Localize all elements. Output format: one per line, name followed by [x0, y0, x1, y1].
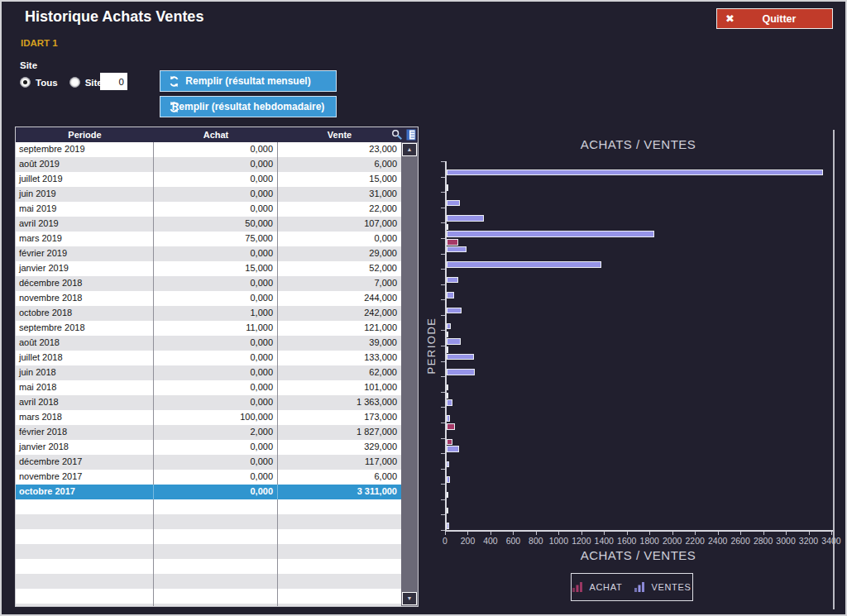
table-row[interactable] — [16, 529, 418, 544]
y-axis-tick — [441, 407, 445, 408]
table-row[interactable]: janvier 201915,00052,000 — [16, 261, 418, 276]
table-row[interactable] — [16, 544, 418, 559]
quit-button[interactable]: ✖ Quitter — [716, 8, 833, 29]
table-row[interactable]: avril 201950,000107,000 — [16, 217, 418, 232]
cell-achat: 2,000 — [154, 425, 278, 440]
cell-achat — [154, 589, 278, 604]
ventes-bar — [447, 170, 823, 175]
close-icon: ✖ — [725, 13, 735, 24]
radio-site[interactable] — [69, 77, 80, 88]
table-row[interactable]: septembre 201811,000121,000 — [16, 321, 418, 336]
cell-vente — [278, 589, 401, 604]
table-row[interactable]: août 20180,00039,000 — [16, 336, 418, 351]
cell-periode: juillet 2019 — [16, 172, 154, 187]
table-row[interactable] — [16, 514, 418, 529]
table-row[interactable] — [16, 604, 418, 607]
cell-vente: 15,000 — [278, 172, 401, 187]
table-row[interactable]: mai 20180,000101,000 — [16, 380, 418, 395]
radio-tous-label: Tous — [36, 78, 58, 88]
achat-bar — [447, 439, 452, 445]
cell-periode: février 2019 — [16, 246, 154, 261]
cell-achat — [154, 514, 278, 529]
table-row[interactable]: mars 201975,0000,000 — [16, 232, 418, 246]
cell-periode — [16, 514, 154, 529]
cell-vente — [278, 529, 401, 544]
cell-periode: août 2019 — [16, 157, 154, 172]
y-axis-tick — [441, 469, 445, 470]
table-row[interactable]: juin 20180,00062,000 — [16, 365, 418, 380]
y-axis-tick — [441, 453, 445, 454]
table-row[interactable]: février 20182,0001 827,000 — [16, 425, 418, 440]
cell-achat: 0,000 — [154, 351, 278, 365]
cell-vente: 1 827,000 — [278, 425, 401, 440]
scroll-down-button[interactable]: ▼ — [402, 592, 417, 605]
table-row[interactable]: octobre 20181,000242,000 — [16, 306, 418, 321]
ventes-bar — [447, 461, 449, 467]
table-row[interactable]: juin 20190,00031,000 — [16, 187, 418, 202]
x-axis-tick — [558, 532, 559, 535]
y-axis-tick — [441, 438, 445, 439]
table-row-selected[interactable]: octobre 20170,0003 311,000 — [16, 485, 418, 499]
x-tick-label: 200 — [461, 536, 476, 546]
site-number-input[interactable] — [100, 73, 127, 90]
y-axis-tick — [441, 346, 445, 346]
cell-periode: mai 2018 — [16, 380, 154, 395]
ventes-bar — [447, 354, 474, 360]
table-row[interactable] — [16, 574, 418, 589]
cell-periode — [16, 589, 154, 604]
table-row[interactable]: mars 2018100,000173,000 — [16, 410, 418, 425]
table-row[interactable]: décembre 20170,000117,000 — [16, 455, 418, 470]
cell-vente: 3 311,000 — [278, 485, 401, 499]
table-scrollbar[interactable]: ▲ ▼ — [401, 142, 418, 606]
x-axis-tick — [649, 532, 650, 535]
cell-vente: 22,000 — [278, 202, 401, 217]
x-axis-tick — [718, 532, 719, 535]
cell-periode — [16, 574, 154, 589]
fill-weekly-button[interactable]: Remplir (résultat hebdomadaire) — [160, 96, 337, 117]
x-axis-tick — [581, 532, 582, 535]
cell-vente — [278, 544, 401, 559]
cell-periode: avril 2018 — [16, 395, 154, 410]
table-header: Periode Achat Vente — [16, 127, 418, 142]
table-row[interactable]: avril 20180,0001 363,000 — [16, 395, 418, 410]
y-axis-tick — [441, 376, 445, 377]
table-row[interactable] — [16, 499, 418, 514]
table-row[interactable]: septembre 20190,00023,000 — [16, 142, 418, 157]
ventes-bar — [447, 415, 450, 421]
table-row[interactable]: novembre 20170,0006,000 — [16, 470, 418, 485]
cell-periode: janvier 2019 — [16, 261, 154, 276]
cell-periode: février 2018 — [16, 425, 154, 440]
cell-periode: octobre 2017 — [16, 485, 154, 499]
ventes-bar — [447, 508, 448, 513]
radio-tous[interactable] — [20, 77, 31, 88]
table-row[interactable]: novembre 20180,000244,000 — [16, 291, 418, 306]
table-row[interactable] — [16, 559, 418, 574]
table-row[interactable]: janvier 20180,000329,000 — [16, 440, 418, 455]
cell-periode: décembre 2018 — [16, 276, 154, 291]
scroll-up-button[interactable]: ▲ — [402, 143, 417, 156]
y-axis-tick — [441, 192, 445, 193]
table-row[interactable]: décembre 20180,0007,000 — [16, 276, 418, 291]
table-row[interactable]: mai 20190,00022,000 — [16, 202, 418, 217]
table-row[interactable]: août 20190,0006,000 — [16, 157, 418, 172]
table-row[interactable] — [16, 589, 418, 604]
list-icon[interactable] — [406, 129, 416, 141]
cell-periode: mai 2019 — [16, 202, 154, 217]
x-axis-tick — [809, 532, 810, 535]
table-row[interactable]: février 20190,00029,000 — [16, 246, 418, 261]
achat-bar — [447, 423, 455, 429]
table-row[interactable]: juillet 20190,00015,000 — [16, 172, 418, 187]
table-row[interactable]: juillet 20180,000133,000 — [16, 351, 418, 365]
search-icon[interactable] — [391, 129, 403, 141]
ventes-bar — [447, 277, 458, 283]
cell-vente: 0,000 — [278, 232, 401, 246]
chart-legend: ACHATVENTES — [571, 573, 693, 601]
cell-periode: juillet 2018 — [16, 351, 154, 365]
chart-scrollbar[interactable] — [833, 130, 835, 609]
fill-monthly-button[interactable]: Remplir (résultat mensuel) — [160, 70, 337, 92]
cell-periode: mars 2019 — [16, 232, 154, 246]
ventes-bar — [447, 292, 454, 298]
cell-periode: août 2018 — [16, 336, 154, 351]
x-axis-tick — [627, 532, 628, 535]
legend-label: VENTES — [651, 582, 691, 592]
